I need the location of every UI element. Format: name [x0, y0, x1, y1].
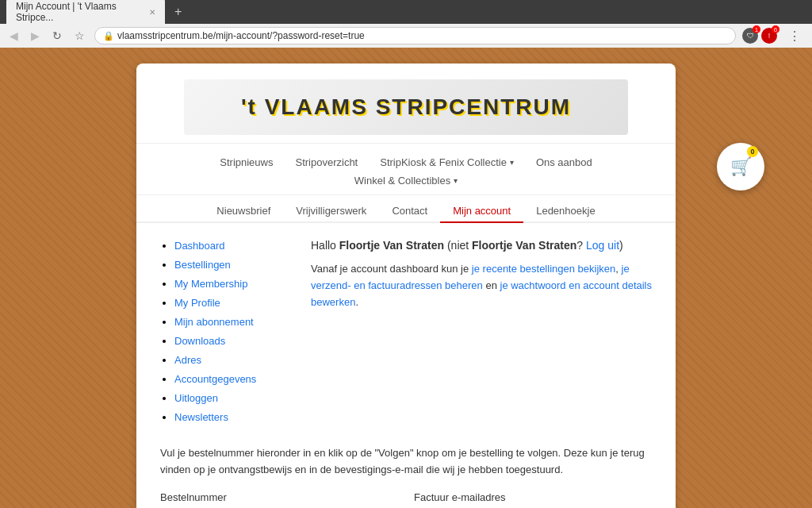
tracking-form-row: Bestelnummer Factuur e-mailadres [160, 491, 652, 508]
greeting-middle: (niet [444, 239, 472, 252]
lock-icon: 🔒 [103, 31, 114, 41]
cart-badge: 0 [747, 146, 758, 157]
sec-nav-label: Nieuwsbrief [216, 205, 270, 217]
nav-bar: ◀ ▶ ↻ ☆ 🔒 vlaamsstripcentrum.be/mijn-acc… [0, 24, 812, 48]
sidebar-item-adres[interactable]: Adres [174, 354, 201, 366]
back-button[interactable]: ◀ [6, 28, 21, 44]
list-item: Bestellingen [174, 258, 287, 271]
sidebar-item-accountgegevens[interactable]: Accountgegevens [174, 373, 256, 385]
logo-text: 't VLAAMS STRIPCENTRUM [241, 94, 571, 120]
greeting-not-name: Floortje Van Straten [472, 239, 576, 252]
nav-item-winkel[interactable]: Winkel & Collectibles ▾ [343, 171, 469, 190]
nav-item-stripkiosk[interactable]: StripKiosk & Fenix Collectie ▾ [369, 153, 525, 171]
main-content: Hallo Floortje Van Straten (niet Floortj… [311, 239, 652, 429]
greeting-prefix: Hallo [311, 239, 339, 252]
logo-area: 't VLAAMS STRIPCENTRUM [136, 64, 676, 144]
list-item: My Profile [174, 296, 287, 309]
extension-icons: 🛡 1 ! 6 [742, 28, 777, 44]
list-item: Downloads [174, 334, 287, 347]
greeting-name: Floortje Van Straten [339, 239, 444, 252]
url-text: vlaamsstripcentrum.be/mijn-account/?pass… [117, 30, 365, 41]
site-logo: 't VLAAMS STRIPCENTRUM [184, 79, 628, 135]
description-text: Vanaf je account dashboard kun je je rec… [311, 261, 652, 310]
tab-nieuwsbrief[interactable]: Nieuwsbrief [204, 200, 283, 221]
sidebar-item-uitloggen[interactable]: Uitloggen [174, 392, 218, 404]
nav-label: Ons aanbod [536, 156, 592, 168]
tab-title: Mijn Account | 't Vlaams Stripce... [16, 1, 144, 23]
sec-nav-label: Mijn account [453, 205, 511, 217]
period: . [355, 296, 358, 308]
browser-chrome: Mijn Account | 't Vlaams Stripce... ✕ + … [0, 0, 812, 48]
content-area: Dashboard Bestellingen My Membership My … [136, 223, 676, 445]
sec-nav-label: Contact [392, 205, 427, 217]
sidebar-item-abonnement[interactable]: Mijn abonnement [174, 316, 254, 328]
link-bestellingen[interactable]: je recente bestellingen bekijken [472, 263, 615, 275]
reload-button[interactable]: ↻ [49, 28, 65, 44]
tab-mijn-account[interactable]: Mijn account [440, 200, 523, 223]
chevron-down-icon-2: ▾ [454, 176, 458, 185]
nav-label: StripKiosk & Fenix Collectie [380, 156, 507, 168]
nav-item-ons-aanbod[interactable]: Ons aanbod [525, 153, 603, 171]
order-number-group: Bestelnummer [160, 491, 398, 508]
email-group: Factuur e-mailadres [414, 491, 652, 508]
address-bar[interactable]: 🔒 vlaamsstripcentrum.be/mijn-account/?pa… [94, 27, 736, 44]
bookmark-button[interactable]: ☆ [71, 28, 88, 44]
tab-close-button[interactable]: ✕ [149, 8, 155, 17]
sec-nav-label: Ledenhoekje [536, 205, 595, 217]
list-item: Newsletters [174, 410, 287, 423]
sidebar-item-membership[interactable]: My Membership [174, 278, 247, 290]
tab-vrijvilligerswerk[interactable]: Vrijvilligerswerk [283, 200, 379, 221]
order-number-label: Bestelnummer [160, 491, 398, 503]
nav-label: Winkel & Collectibles [354, 175, 450, 187]
email-label: Factuur e-mailadres [414, 491, 652, 503]
cart-icon: 🛒 [730, 156, 752, 177]
forward-button[interactable]: ▶ [28, 28, 43, 44]
sidebar-item-bestellingen[interactable]: Bestellingen [174, 259, 231, 271]
page-wrapper: 't VLAAMS STRIPCENTRUM Stripnieuws Strip… [0, 48, 812, 508]
nav-label: Stripnieuws [220, 156, 273, 168]
nav-item-stripoverzicht[interactable]: Stripoverzicht [284, 153, 369, 171]
list-item: Dashboard [174, 239, 287, 252]
secondary-nav: Nieuwsbrief Vrijvilligerswerk Contact Mi… [136, 195, 676, 223]
list-item: Accountgegevens [174, 372, 287, 385]
tab-contact[interactable]: Contact [379, 200, 440, 221]
list-item: Uitloggen [174, 391, 287, 404]
logout-link[interactable]: Log uit [586, 239, 619, 252]
active-tab[interactable]: Mijn Account | 't Vlaams Stripce... ✕ [6, 0, 165, 27]
ext-icon-1[interactable]: 🛡 1 [742, 28, 758, 44]
sidebar-item-my-profile[interactable]: My Profile [174, 297, 220, 309]
desc-prefix: Vanaf je account dashboard kun je [311, 263, 472, 275]
browser-menu-button[interactable]: ⋮ [783, 27, 806, 45]
nav-label: Stripoverzicht [295, 156, 358, 168]
greeting-suffix: ? [576, 239, 583, 252]
conjunction: en [483, 279, 500, 291]
list-item: Mijn abonnement [174, 315, 287, 328]
sidebar-menu: Dashboard Bestellingen My Membership My … [160, 239, 287, 423]
greeting-text: Hallo Floortje Van Straten (niet Floortj… [311, 239, 652, 252]
content-card: 't VLAAMS STRIPCENTRUM Stripnieuws Strip… [136, 64, 676, 508]
sidebar-item-dashboard[interactable]: Dashboard [174, 240, 225, 252]
sidebar: Dashboard Bestellingen My Membership My … [160, 239, 287, 429]
chevron-down-icon: ▾ [510, 158, 514, 167]
nav-item-stripnieuws[interactable]: Stripnieuws [209, 153, 284, 171]
ext-badge-1: 1 [753, 25, 760, 33]
ext-badge-2: 6 [772, 25, 779, 33]
tab-ledenhoekje[interactable]: Ledenhoekje [523, 200, 607, 221]
list-item: Adres [174, 353, 287, 366]
sidebar-item-downloads[interactable]: Downloads [174, 335, 225, 347]
ext-icon-2[interactable]: ! 6 [761, 28, 777, 44]
tracking-description: Vul je bestelnummer hieronder in en klik… [160, 445, 652, 479]
list-item: My Membership [174, 277, 287, 290]
new-tab-button[interactable]: + [170, 3, 186, 21]
sidebar-item-newsletters[interactable]: Newsletters [174, 411, 228, 423]
floating-cart[interactable]: 🛒 0 [717, 143, 764, 190]
main-nav: Stripnieuws Stripoverzicht StripKiosk & … [136, 144, 676, 195]
sec-nav-label: Vrijvilligerswerk [296, 205, 366, 217]
tracking-section: Vul je bestelnummer hieronder in en klik… [136, 445, 676, 508]
title-bar: Mijn Account | 't Vlaams Stripce... ✕ + [0, 0, 812, 24]
